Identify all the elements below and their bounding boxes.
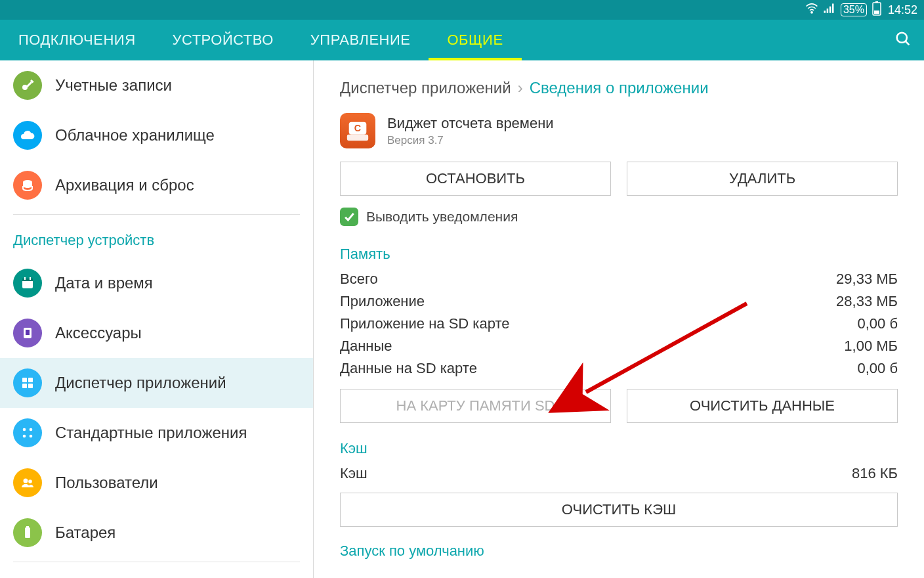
svg-rect-19 — [28, 384, 33, 388]
chevron-right-icon: › — [518, 79, 523, 97]
app-header: C Виджет отсчета времени Версия 3.7 — [314, 104, 924, 162]
svg-rect-7 — [26, 81, 32, 87]
top-tabs: ПОДКЛЮЧЕНИЯ УСТРОЙСТВО УПРАВЛЕНИЕ ОБЩИЕ — [0, 20, 924, 60]
backup-icon — [13, 171, 42, 200]
cache-row: Кэш816 КБ — [314, 462, 924, 485]
checkbox-label: Выводить уведомления — [366, 209, 518, 225]
tab-general[interactable]: ОБЩИЕ — [429, 20, 521, 60]
memory-appsd-row: Приложение на SD карте0,00 б — [314, 313, 924, 335]
breadcrumb-current: Сведения о приложении — [530, 79, 709, 97]
svg-point-23 — [30, 435, 33, 438]
svg-point-25 — [28, 479, 32, 483]
sidebar-item-label: Пользователи — [55, 474, 158, 492]
sidebar-item-label: Облачное хранилище — [55, 126, 215, 144]
sidebar: Учетные записи Облачное хранилище Архива… — [0, 60, 314, 578]
svg-rect-12 — [24, 277, 26, 280]
sidebar-item-label: Диспетчер приложений — [55, 374, 226, 392]
value: 816 КБ — [852, 465, 898, 482]
svg-rect-15 — [26, 330, 30, 335]
main-panel: Диспетчер приложений › Сведения о прилож… — [314, 60, 924, 578]
sidebar-item-label: Учетные записи — [55, 76, 172, 95]
sidebar-item-cloud[interactable]: Облачное хранилище — [0, 110, 313, 160]
memory-app-row: Приложение28,33 МБ — [314, 290, 924, 313]
move-to-sd-button[interactable]: НА КАРТУ ПАМЯТИ SD — [340, 389, 611, 423]
delete-button[interactable]: УДАЛИТЬ — [627, 162, 898, 196]
svg-rect-26 — [25, 527, 30, 538]
sidebar-item-battery[interactable]: Батарея — [0, 508, 313, 558]
svg-point-24 — [24, 479, 28, 483]
svg-text:C: C — [354, 123, 361, 133]
app-version: Версия 3.7 — [387, 134, 554, 147]
label: Данные на SD карте — [340, 360, 477, 377]
separator — [13, 562, 300, 562]
sidebar-item-accounts[interactable]: Учетные записи — [0, 60, 313, 110]
grid-icon — [13, 368, 42, 397]
sidebar-item-accessories[interactable]: Аксессуары — [0, 308, 313, 358]
label: Приложение — [340, 293, 425, 310]
checkbox-checked-icon — [340, 208, 358, 226]
svg-line-5 — [906, 41, 910, 45]
search-icon — [894, 30, 912, 51]
svg-rect-17 — [28, 378, 33, 382]
notifications-checkbox-row[interactable]: Выводить уведомления — [314, 205, 924, 235]
label: Всего — [340, 271, 378, 288]
sidebar-item-label: Батарея — [55, 523, 116, 542]
apps-icon — [13, 418, 42, 447]
value: 0,00 б — [857, 360, 898, 377]
svg-rect-16 — [22, 378, 27, 382]
svg-rect-27 — [26, 526, 29, 528]
label: Приложение на SD карте — [340, 315, 509, 332]
sidebar-item-default-apps[interactable]: Стандартные приложения — [0, 408, 313, 458]
status-bar: 35% 14:52 — [0, 0, 924, 20]
calendar-icon — [13, 269, 42, 298]
key-icon — [13, 71, 42, 100]
value: 1,00 МБ — [844, 338, 898, 355]
separator — [13, 214, 300, 215]
battery-icon — [13, 518, 42, 547]
clear-cache-button[interactable]: ОЧИСТИТЬ КЭШ — [340, 493, 898, 527]
wifi-icon — [805, 2, 818, 18]
svg-rect-28 — [347, 135, 368, 141]
section-launch-title: Запуск по умолчанию — [314, 532, 924, 565]
value: 28,33 МБ — [836, 293, 898, 310]
sidebar-item-label: Стандартные приложения — [55, 424, 247, 442]
users-icon — [13, 468, 42, 497]
svg-rect-18 — [22, 384, 27, 388]
breadcrumb-parent[interactable]: Диспетчер приложений — [340, 79, 511, 97]
svg-point-6 — [22, 85, 28, 90]
section-cache-title: Кэш — [314, 430, 924, 462]
tab-connections[interactable]: ПОДКЛЮЧЕНИЯ — [0, 20, 154, 60]
accessory-icon — [13, 319, 42, 347]
section-memory-title: Память — [314, 235, 924, 268]
svg-rect-13 — [30, 277, 31, 280]
sidebar-item-users[interactable]: Пользователи — [0, 458, 313, 508]
app-name: Виджет отсчета времени — [387, 115, 554, 132]
svg-point-22 — [23, 435, 26, 438]
sidebar-item-app-manager[interactable]: Диспетчер приложений — [0, 358, 313, 408]
signal-icon — [822, 2, 835, 18]
memory-data-row: Данные1,00 МБ — [314, 335, 924, 357]
memory-total-row: Всего29,33 МБ — [314, 268, 924, 290]
tab-device[interactable]: УСТРОЙСТВО — [154, 20, 292, 60]
label: Кэш — [340, 465, 368, 482]
svg-point-4 — [897, 33, 907, 43]
battery-percent: 35% — [841, 3, 867, 16]
value: 29,33 МБ — [836, 271, 898, 288]
stop-button[interactable]: ОСТАНОВИТЬ — [340, 162, 611, 196]
tab-management[interactable]: УПРАВЛЕНИЕ — [292, 20, 429, 60]
svg-point-20 — [23, 428, 26, 432]
sidebar-item-datetime[interactable]: Дата и время — [0, 258, 313, 308]
app-icon: C — [340, 113, 375, 148]
svg-point-0 — [811, 11, 812, 12]
battery-icon — [872, 1, 881, 19]
value: 0,00 б — [857, 315, 898, 332]
clear-data-button[interactable]: ОЧИСТИТЬ ДАННЫЕ — [627, 389, 898, 423]
breadcrumb: Диспетчер приложений › Сведения о прилож… — [314, 60, 924, 104]
sidebar-item-backup[interactable]: Архивация и сброс — [0, 160, 313, 210]
sidebar-item-label: Аксессуары — [55, 324, 142, 342]
svg-rect-11 — [22, 278, 33, 281]
search-button[interactable] — [887, 24, 919, 56]
sidebar-item-label: Архивация и сброс — [55, 176, 194, 194]
svg-rect-3 — [874, 11, 879, 14]
cloud-icon — [13, 121, 42, 150]
